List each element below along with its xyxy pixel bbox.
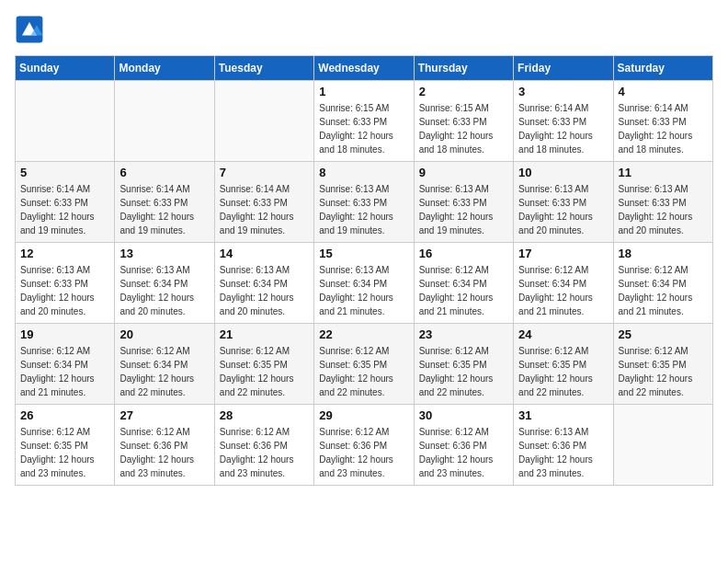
calendar-cell: 7Sunrise: 6:14 AM Sunset: 6:33 PM Daylig… <box>214 162 313 243</box>
logo <box>15 15 48 44</box>
day-number: 18 <box>619 247 708 260</box>
day-number: 7 <box>220 166 309 179</box>
day-info: Sunrise: 6:13 AM Sunset: 6:33 PM Dayligh… <box>518 182 608 237</box>
calendar-cell: 18Sunrise: 6:12 AM Sunset: 6:34 PM Dayli… <box>613 243 712 324</box>
day-info: Sunrise: 6:12 AM Sunset: 6:35 PM Dayligh… <box>419 344 508 399</box>
day-info: Sunrise: 6:14 AM Sunset: 6:33 PM Dayligh… <box>119 182 209 237</box>
day-info: Sunrise: 6:13 AM Sunset: 6:34 PM Dayligh… <box>220 263 309 318</box>
day-number: 14 <box>220 247 309 260</box>
day-number: 31 <box>518 408 608 422</box>
day-number: 4 <box>619 85 708 98</box>
calendar-cell: 12Sunrise: 6:13 AM Sunset: 6:33 PM Dayli… <box>16 243 115 324</box>
calendar-body: 1Sunrise: 6:15 AM Sunset: 6:33 PM Daylig… <box>16 81 713 486</box>
calendar-week-row: 1Sunrise: 6:15 AM Sunset: 6:33 PM Daylig… <box>16 81 713 162</box>
day-number: 17 <box>518 247 608 260</box>
calendar-cell: 1Sunrise: 6:15 AM Sunset: 6:33 PM Daylig… <box>314 81 414 162</box>
logo-icon <box>15 15 44 44</box>
calendar-cell: 8Sunrise: 6:13 AM Sunset: 6:33 PM Daylig… <box>314 162 414 243</box>
calendar-cell: 9Sunrise: 6:13 AM Sunset: 6:33 PM Daylig… <box>414 162 513 243</box>
calendar-cell: 30Sunrise: 6:12 AM Sunset: 6:36 PM Dayli… <box>414 405 513 486</box>
day-number: 6 <box>119 166 209 179</box>
day-number: 12 <box>20 247 109 260</box>
calendar-cell <box>115 81 214 162</box>
weekday-header-wednesday: Wednesday <box>314 56 414 81</box>
calendar-cell: 24Sunrise: 6:12 AM Sunset: 6:35 PM Dayli… <box>514 324 613 405</box>
day-number: 23 <box>419 327 508 341</box>
day-number: 8 <box>319 166 408 179</box>
calendar-cell: 11Sunrise: 6:13 AM Sunset: 6:33 PM Dayli… <box>613 162 712 243</box>
calendar-cell: 6Sunrise: 6:14 AM Sunset: 6:33 PM Daylig… <box>115 162 214 243</box>
calendar-cell: 2Sunrise: 6:15 AM Sunset: 6:33 PM Daylig… <box>414 81 513 162</box>
weekday-header-thursday: Thursday <box>414 56 513 81</box>
day-info: Sunrise: 6:12 AM Sunset: 6:34 PM Dayligh… <box>419 263 508 318</box>
day-info: Sunrise: 6:14 AM Sunset: 6:33 PM Dayligh… <box>518 101 608 156</box>
calendar-cell: 29Sunrise: 6:12 AM Sunset: 6:36 PM Dayli… <box>314 405 414 486</box>
calendar-week-row: 5Sunrise: 6:14 AM Sunset: 6:33 PM Daylig… <box>16 162 713 243</box>
calendar-week-row: 12Sunrise: 6:13 AM Sunset: 6:33 PM Dayli… <box>16 243 713 324</box>
calendar-cell: 19Sunrise: 6:12 AM Sunset: 6:34 PM Dayli… <box>16 324 115 405</box>
day-info: Sunrise: 6:12 AM Sunset: 6:35 PM Dayligh… <box>20 425 109 480</box>
weekday-header-row: SundayMondayTuesdayWednesdayThursdayFrid… <box>16 56 713 81</box>
calendar-cell: 10Sunrise: 6:13 AM Sunset: 6:33 PM Dayli… <box>514 162 613 243</box>
day-number: 30 <box>419 408 508 422</box>
day-info: Sunrise: 6:13 AM Sunset: 6:33 PM Dayligh… <box>419 182 508 237</box>
day-info: Sunrise: 6:12 AM Sunset: 6:34 PM Dayligh… <box>119 344 209 399</box>
weekday-header-sunday: Sunday <box>16 56 115 81</box>
calendar-cell: 28Sunrise: 6:12 AM Sunset: 6:36 PM Dayli… <box>214 405 313 486</box>
calendar-cell <box>613 405 712 486</box>
day-number: 10 <box>518 166 608 179</box>
day-number: 3 <box>518 85 608 98</box>
day-info: Sunrise: 6:13 AM Sunset: 6:36 PM Dayligh… <box>518 425 608 480</box>
calendar-cell: 15Sunrise: 6:13 AM Sunset: 6:34 PM Dayli… <box>314 243 414 324</box>
day-info: Sunrise: 6:12 AM Sunset: 6:34 PM Dayligh… <box>619 263 708 318</box>
calendar-cell: 26Sunrise: 6:12 AM Sunset: 6:35 PM Dayli… <box>16 405 115 486</box>
weekday-header-saturday: Saturday <box>613 56 712 81</box>
day-number: 15 <box>319 247 408 260</box>
day-info: Sunrise: 6:14 AM Sunset: 6:33 PM Dayligh… <box>220 182 309 237</box>
weekday-header-friday: Friday <box>514 56 613 81</box>
day-info: Sunrise: 6:14 AM Sunset: 6:33 PM Dayligh… <box>619 101 708 156</box>
calendar-cell <box>214 81 313 162</box>
day-number: 27 <box>119 408 209 422</box>
weekday-header-tuesday: Tuesday <box>214 56 313 81</box>
calendar-cell: 13Sunrise: 6:13 AM Sunset: 6:34 PM Dayli… <box>115 243 214 324</box>
day-number: 29 <box>319 408 408 422</box>
calendar-cell: 17Sunrise: 6:12 AM Sunset: 6:34 PM Dayli… <box>514 243 613 324</box>
day-number: 5 <box>20 166 109 179</box>
day-info: Sunrise: 6:13 AM Sunset: 6:34 PM Dayligh… <box>319 263 408 318</box>
calendar-cell: 21Sunrise: 6:12 AM Sunset: 6:35 PM Dayli… <box>214 324 313 405</box>
day-info: Sunrise: 6:13 AM Sunset: 6:33 PM Dayligh… <box>619 182 708 237</box>
day-info: Sunrise: 6:15 AM Sunset: 6:33 PM Dayligh… <box>319 101 408 156</box>
calendar-cell: 4Sunrise: 6:14 AM Sunset: 6:33 PM Daylig… <box>613 81 712 162</box>
day-number: 25 <box>619 327 708 341</box>
day-number: 13 <box>119 247 209 260</box>
day-number: 28 <box>220 408 309 422</box>
day-info: Sunrise: 6:12 AM Sunset: 6:36 PM Dayligh… <box>319 425 408 480</box>
page-header <box>15 15 713 44</box>
day-info: Sunrise: 6:14 AM Sunset: 6:33 PM Dayligh… <box>20 182 109 237</box>
calendar-cell: 25Sunrise: 6:12 AM Sunset: 6:35 PM Dayli… <box>613 324 712 405</box>
day-number: 16 <box>419 247 508 260</box>
calendar-cell: 14Sunrise: 6:13 AM Sunset: 6:34 PM Dayli… <box>214 243 313 324</box>
calendar-cell <box>16 81 115 162</box>
day-number: 24 <box>518 327 608 341</box>
day-number: 19 <box>20 327 109 341</box>
calendar-cell: 16Sunrise: 6:12 AM Sunset: 6:34 PM Dayli… <box>414 243 513 324</box>
calendar-cell: 3Sunrise: 6:14 AM Sunset: 6:33 PM Daylig… <box>514 81 613 162</box>
calendar-table: SundayMondayTuesdayWednesdayThursdayFrid… <box>15 55 713 486</box>
day-number: 9 <box>419 166 508 179</box>
day-info: Sunrise: 6:12 AM Sunset: 6:34 PM Dayligh… <box>20 344 109 399</box>
calendar-cell: 22Sunrise: 6:12 AM Sunset: 6:35 PM Dayli… <box>314 324 414 405</box>
day-number: 22 <box>319 327 408 341</box>
weekday-header-monday: Monday <box>115 56 214 81</box>
day-number: 21 <box>220 327 309 341</box>
day-info: Sunrise: 6:12 AM Sunset: 6:36 PM Dayligh… <box>419 425 508 480</box>
day-info: Sunrise: 6:12 AM Sunset: 6:36 PM Dayligh… <box>220 425 309 480</box>
calendar-cell: 5Sunrise: 6:14 AM Sunset: 6:33 PM Daylig… <box>16 162 115 243</box>
day-number: 2 <box>419 85 508 98</box>
calendar-header: SundayMondayTuesdayWednesdayThursdayFrid… <box>16 56 713 81</box>
calendar-cell: 31Sunrise: 6:13 AM Sunset: 6:36 PM Dayli… <box>514 405 613 486</box>
day-info: Sunrise: 6:12 AM Sunset: 6:35 PM Dayligh… <box>619 344 708 399</box>
day-info: Sunrise: 6:12 AM Sunset: 6:35 PM Dayligh… <box>518 344 608 399</box>
calendar-cell: 27Sunrise: 6:12 AM Sunset: 6:36 PM Dayli… <box>115 405 214 486</box>
